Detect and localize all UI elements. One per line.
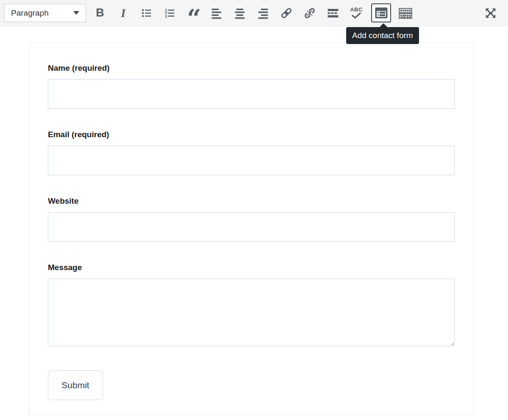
bold-button[interactable]: B: [92, 4, 108, 22]
message-field-label: Message: [48, 262, 455, 273]
fullscreen-button[interactable]: [482, 4, 499, 22]
italic-icon: I: [121, 6, 126, 20]
svg-text:3: 3: [165, 14, 167, 18]
numbered-list-button[interactable]: 1 2 3: [161, 4, 178, 22]
form-field-name: Name (required): [48, 63, 455, 109]
align-center-button[interactable]: [231, 4, 248, 22]
add-contact-form-tooltip: Add contact form: [346, 27, 419, 44]
align-left-icon: [210, 7, 223, 19]
form-field-website: Website: [48, 196, 455, 242]
keyboard-icon: [399, 7, 412, 19]
paragraph-style-value: Paragraph: [11, 8, 49, 18]
email-input[interactable]: [48, 146, 455, 175]
website-field-label: Website: [48, 196, 455, 206]
submit-button[interactable]: Submit: [48, 370, 103, 400]
add-contact-form-button[interactable]: [371, 3, 391, 22]
fullscreen-icon: [483, 6, 498, 20]
name-field-label: Name (required): [48, 63, 455, 73]
paragraph-style-dropdown[interactable]: Paragraph: [4, 4, 86, 22]
editor-toolbar: Paragraph B I 1 2 3 “: [0, 0, 508, 26]
tooltip-text: Add contact form: [352, 31, 413, 40]
spellcheck-button[interactable]: ABC: [348, 4, 365, 22]
numbered-list-icon: 1 2 3: [164, 7, 176, 19]
email-field-label: Email (required): [48, 130, 455, 140]
message-textarea[interactable]: [48, 279, 455, 346]
align-center-icon: [233, 7, 246, 19]
form-field-message: Message: [48, 262, 455, 346]
italic-button[interactable]: I: [115, 4, 132, 22]
spellcheck-check-icon: [351, 12, 362, 19]
link-icon: [280, 7, 293, 19]
toolbar-toggle-button[interactable]: [397, 4, 414, 22]
bold-icon: B: [96, 6, 104, 19]
blockquote-button[interactable]: “: [185, 4, 202, 22]
insert-more-tag-button[interactable]: [325, 4, 341, 22]
unlink-icon: [303, 7, 316, 19]
insert-link-button[interactable]: [278, 4, 295, 22]
name-input[interactable]: [48, 79, 455, 109]
align-right-icon: [257, 7, 269, 19]
remove-link-button[interactable]: [301, 4, 318, 22]
website-input[interactable]: [48, 212, 455, 242]
contact-form-preview: Name (required) Email (required) Website…: [29, 42, 474, 415]
chevron-down-icon: [73, 11, 79, 15]
bulleted-list-button[interactable]: [138, 4, 155, 22]
align-right-button[interactable]: [255, 4, 272, 22]
align-left-button[interactable]: [208, 4, 225, 22]
spellcheck-abc-label: ABC: [350, 7, 363, 12]
form-field-email: Email (required): [48, 130, 455, 175]
add-contact-form-icon: [375, 7, 388, 19]
bulleted-list-icon: [141, 7, 153, 19]
editor-content-area: Name (required) Email (required) Website…: [0, 26, 508, 415]
more-tag-icon: [327, 7, 339, 19]
